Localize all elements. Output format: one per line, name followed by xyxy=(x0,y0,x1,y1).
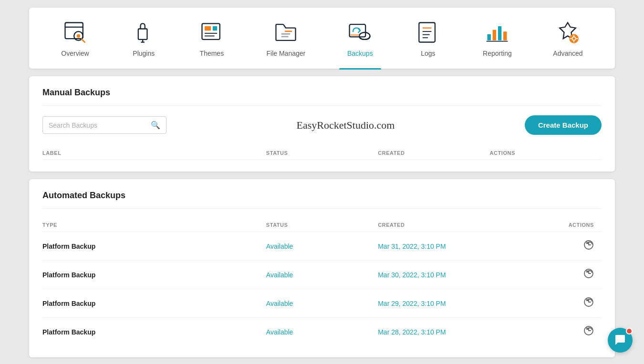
nav-item-overview[interactable]: Overview xyxy=(53,15,96,61)
svg-rect-17 xyxy=(281,36,289,37)
manual-backups-table-header: LABEL STATUS CREATED ACTIONS xyxy=(42,146,602,160)
svg-rect-10 xyxy=(202,23,219,40)
nav-item-logs[interactable]: Logs xyxy=(407,15,449,61)
search-box[interactable]: 🔍 xyxy=(42,116,166,134)
overview-icon xyxy=(62,19,88,46)
svg-rect-21 xyxy=(419,22,436,42)
col-created: CREATED xyxy=(378,150,489,156)
row-actions-0 xyxy=(490,240,602,253)
chat-button[interactable] xyxy=(608,328,633,353)
chat-badge xyxy=(626,328,633,334)
search-icon[interactable]: 🔍 xyxy=(151,121,160,130)
row-type-2: Platform Backup xyxy=(42,300,266,307)
row-status-2: Available xyxy=(266,300,378,307)
nav-item-reporting[interactable]: Reporting xyxy=(475,15,519,61)
plugins-icon xyxy=(130,19,157,46)
svg-point-4 xyxy=(77,34,80,38)
table-row: Platform Backup Available Mar 29, 2022, … xyxy=(42,289,602,318)
nav-card: Overview Plugins Themes xyxy=(29,8,615,69)
file-manager-icon xyxy=(272,19,299,46)
col-actions: ACTIONS xyxy=(490,150,602,156)
table-row: Platform Backup Available Mar 28, 2022, … xyxy=(42,318,602,346)
svg-rect-27 xyxy=(493,30,496,40)
row-status-3: Available xyxy=(266,328,378,336)
manual-backups-section: Manual Backups 🔍 EasyRocketStudio.com Cr… xyxy=(29,76,615,172)
nav-item-themes[interactable]: Themes xyxy=(191,15,233,61)
svg-rect-16 xyxy=(281,33,291,35)
table-row: Platform Backup Available Mar 31, 2022, … xyxy=(42,232,602,261)
col-label: LABEL xyxy=(42,150,266,156)
nav-label-logs: Logs xyxy=(421,50,435,57)
nav-item-plugins[interactable]: Plugins xyxy=(123,15,165,61)
auto-col-type: TYPE xyxy=(42,222,266,228)
row-status-0: Available xyxy=(266,243,378,250)
row-created-0: Mar 31, 2022, 3:10 PM xyxy=(378,243,489,250)
themes-icon xyxy=(198,19,225,46)
row-actions-1 xyxy=(490,268,602,281)
svg-rect-20 xyxy=(350,34,359,36)
row-type-3: Platform Backup xyxy=(42,328,266,336)
nav-label-backups: Backups xyxy=(347,50,373,57)
table-row: Platform Backup Available Mar 30, 2022, … xyxy=(42,261,602,289)
nav-label-advanced: Advanced xyxy=(553,50,582,57)
nav-label-themes: Themes xyxy=(200,50,224,57)
auto-col-created: CREATED xyxy=(378,222,489,228)
row-type-1: Platform Backup xyxy=(42,271,266,279)
row-created-1: Mar 30, 2022, 3:10 PM xyxy=(378,271,489,279)
backups-icon xyxy=(347,19,374,46)
svg-rect-15 xyxy=(285,30,292,32)
nav-label-plugins: Plugins xyxy=(133,50,155,57)
restore-icon-1[interactable] xyxy=(583,268,594,281)
manual-backups-title: Manual Backups xyxy=(42,88,602,106)
auto-col-status: STATUS xyxy=(266,222,378,228)
automated-backups-rows: Platform Backup Available Mar 31, 2022, … xyxy=(42,232,602,346)
nav-label-file-manager: File Manager xyxy=(266,50,305,57)
restore-icon-2[interactable] xyxy=(583,297,594,310)
svg-rect-28 xyxy=(498,26,501,40)
nav-label-reporting: Reporting xyxy=(483,50,512,57)
col-status: STATUS xyxy=(266,150,378,156)
svg-line-3 xyxy=(82,39,85,42)
reporting-icon xyxy=(484,19,510,46)
automated-backups-table: TYPE STATUS CREATED ACTIONS Platform Bac… xyxy=(42,218,602,346)
restore-icon-3[interactable] xyxy=(583,325,594,338)
advanced-icon xyxy=(554,19,581,46)
nav-label-overview: Overview xyxy=(61,50,89,57)
logs-icon xyxy=(415,19,441,46)
nav-item-backups[interactable]: Backups xyxy=(339,15,381,61)
create-backup-button[interactable]: Create Backup xyxy=(525,115,602,135)
automated-table-header: TYPE STATUS CREATED ACTIONS xyxy=(42,218,602,232)
svg-rect-11 xyxy=(205,26,211,30)
svg-rect-29 xyxy=(503,31,507,40)
svg-rect-12 xyxy=(213,26,217,30)
automated-backups-section: Automated Backups TYPE STATUS CREATED AC… xyxy=(29,179,615,357)
nav-item-advanced[interactable]: Advanced xyxy=(545,15,590,61)
row-actions-3 xyxy=(490,325,602,338)
auto-col-actions: ACTIONS xyxy=(490,222,602,228)
site-name: EasyRocketStudio.com xyxy=(166,119,525,131)
row-created-3: Mar 28, 2022, 3:10 PM xyxy=(378,328,489,336)
row-status-1: Available xyxy=(266,271,378,279)
nav-item-file-manager[interactable]: File Manager xyxy=(259,15,313,61)
row-actions-2 xyxy=(490,297,602,310)
row-created-2: Mar 29, 2022, 3:10 PM xyxy=(378,300,489,307)
restore-icon-0[interactable] xyxy=(583,240,594,253)
svg-rect-5 xyxy=(138,29,147,40)
chat-icon xyxy=(614,334,626,346)
search-input[interactable] xyxy=(49,121,151,129)
manual-backups-toolbar: 🔍 EasyRocketStudio.com Create Backup xyxy=(42,115,602,135)
svg-rect-26 xyxy=(488,34,491,40)
row-type-0: Platform Backup xyxy=(42,243,266,250)
automated-backups-title: Automated Backups xyxy=(42,191,602,209)
